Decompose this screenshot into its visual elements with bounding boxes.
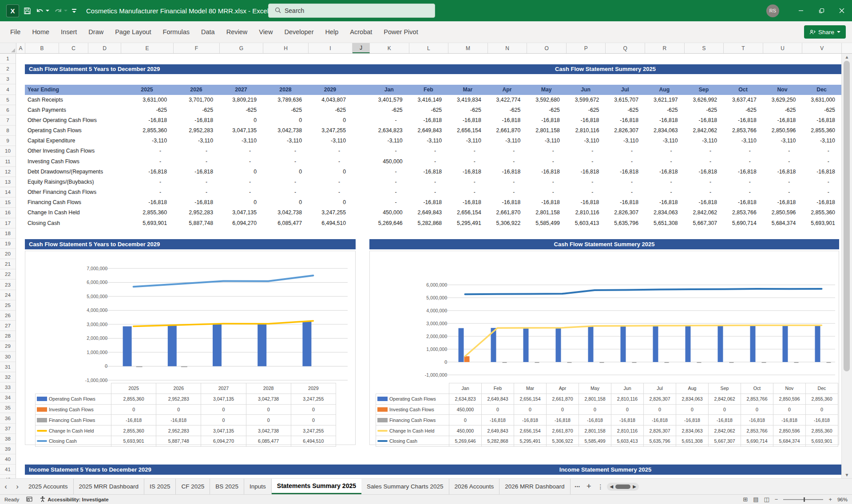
row-label[interactable]: Cash Payments	[25, 105, 121, 115]
monthly-value[interactable]: 3,629,250	[763, 95, 802, 105]
monthly-value[interactable]: 2,842,062	[684, 126, 724, 136]
monthly-value[interactable]: -	[605, 187, 645, 197]
row-header-5[interactable]: 5	[0, 95, 16, 105]
row-label[interactable]: Financing Cash Flows	[25, 197, 121, 208]
annual-value[interactable]: 3,701,700	[173, 95, 219, 105]
monthly-value[interactable]: -16,818	[487, 197, 527, 208]
row-spacer[interactable]	[352, 167, 369, 177]
monthly-value[interactable]: 2,850,596	[763, 208, 802, 218]
undo-dropdown-icon[interactable]	[46, 10, 49, 12]
monthly-value[interactable]: -	[527, 157, 566, 167]
column-header-S[interactable]: S	[685, 43, 724, 53]
monthly-value[interactable]: 2,855,360	[802, 208, 841, 218]
annual-value[interactable]: -3,110	[263, 136, 308, 146]
column-header-N[interactable]: N	[488, 43, 527, 53]
monthly-value[interactable]: -16,818	[409, 197, 448, 208]
monthly-value[interactable]: -16,818	[527, 197, 566, 208]
monthly-value[interactable]: 2,853,766	[723, 208, 763, 218]
vertical-scroll-thumb[interactable]	[844, 61, 850, 371]
annual-value[interactable]: -	[263, 157, 308, 167]
close-button[interactable]	[832, 0, 852, 21]
horizontal-scrollbar[interactable]: ◀ ▶	[607, 483, 638, 491]
normal-view-icon[interactable]: ⊞	[743, 496, 748, 503]
monthly-value[interactable]: 5,282,868	[409, 218, 448, 228]
sheet-tab-2025-accounts[interactable]: 2025 Accounts	[23, 479, 74, 494]
column-header-O[interactable]: O	[527, 43, 567, 53]
annual-value[interactable]: -	[121, 146, 173, 156]
monthly-value[interactable]: -16,818	[763, 115, 802, 126]
monthly-value[interactable]: 2,656,154	[448, 126, 487, 136]
accessibility-status[interactable]: Accessibility: Investigate	[48, 497, 108, 502]
monthly-value[interactable]: -	[802, 187, 841, 197]
monthly-value[interactable]: -16,818	[763, 167, 802, 177]
row-header-27[interactable]: 27	[0, 321, 16, 331]
month-header-Jan[interactable]: Jan	[369, 85, 409, 95]
monthly-value[interactable]: -16,818	[723, 167, 763, 177]
zoom-out-icon[interactable]: −	[775, 496, 778, 503]
annual-value[interactable]: -	[263, 187, 308, 197]
sheet-tab-is-2025[interactable]: IS 2025	[144, 479, 176, 494]
row-header-8[interactable]: 8	[0, 126, 16, 136]
annual-value[interactable]: -16,818	[121, 115, 173, 126]
monthly-value[interactable]: -3,110	[369, 136, 409, 146]
row-header-11[interactable]: 11	[0, 157, 16, 167]
monthly-value[interactable]: -16,818	[605, 197, 645, 208]
hscroll-right-icon[interactable]: ▶	[633, 484, 636, 489]
annual-value[interactable]: 5,887,748	[173, 218, 219, 228]
row-header-17[interactable]: 17	[0, 218, 16, 228]
month-header-Sep[interactable]: Sep	[684, 85, 724, 95]
annual-value[interactable]: -3,110	[173, 136, 219, 146]
row-header-4[interactable]: 4	[0, 84, 16, 94]
row-header-38[interactable]: 38	[0, 434, 16, 444]
row-header-36[interactable]: 36	[0, 413, 16, 423]
monthly-value[interactable]: -	[684, 187, 724, 197]
annual-value[interactable]: 0	[219, 167, 263, 177]
monthly-value[interactable]: -16,818	[527, 167, 566, 177]
column-header-M[interactable]: M	[448, 43, 488, 53]
row-header-31[interactable]: 31	[0, 362, 16, 372]
monthly-value[interactable]: 2,842,062	[684, 208, 724, 218]
monthly-value[interactable]: 5,295,491	[448, 218, 487, 228]
row-header-15[interactable]: 15	[0, 197, 16, 208]
monthly-value[interactable]: 3,615,707	[605, 95, 645, 105]
row-header-9[interactable]: 9	[0, 136, 16, 146]
monthly-value[interactable]: -	[723, 146, 763, 156]
ribbon-tab-page-layout[interactable]: Page Layout	[109, 28, 157, 35]
column-header-Q[interactable]: Q	[606, 43, 645, 53]
monthly-value[interactable]: -16,818	[448, 115, 487, 126]
monthly-value[interactable]: 5,585,499	[527, 218, 566, 228]
monthly-value[interactable]: 2,801,158	[527, 126, 566, 136]
monthly-value[interactable]: -16,818	[763, 197, 802, 208]
monthly-value[interactable]: -16,818	[723, 115, 763, 126]
monthly-value[interactable]: 2,810,116	[566, 126, 606, 136]
more-sheets-icon[interactable]: •••	[575, 484, 580, 489]
monthly-value[interactable]: -	[409, 146, 448, 156]
annual-value[interactable]: -16,818	[121, 167, 173, 177]
month-header-Nov[interactable]: Nov	[763, 85, 802, 95]
annual-value[interactable]: 2,952,283	[173, 208, 219, 218]
annual-value[interactable]: 3,247,255	[308, 208, 352, 218]
monthly-value[interactable]: -	[605, 157, 645, 167]
annual-value[interactable]: 0	[219, 115, 263, 126]
monthly-value[interactable]: 3,631,000	[802, 95, 841, 105]
redo-dropdown-icon[interactable]	[64, 10, 67, 12]
monthly-value[interactable]: -	[527, 177, 566, 187]
monthly-value[interactable]: -625	[723, 105, 763, 115]
monthly-value[interactable]: -16,818	[723, 197, 763, 208]
monthly-value[interactable]: 2,661,870	[487, 126, 527, 136]
column-header-T[interactable]: T	[724, 43, 763, 53]
monthly-value[interactable]: -	[605, 146, 645, 156]
column-header-E[interactable]: E	[121, 43, 174, 53]
month-header-Mar[interactable]: Mar	[448, 85, 487, 95]
monthly-value[interactable]: -	[527, 187, 566, 197]
monthly-value[interactable]: -	[487, 157, 527, 167]
monthly-value[interactable]: 5,693,901	[802, 218, 841, 228]
annual-value[interactable]: 0	[263, 197, 308, 208]
column-header-J[interactable]: J	[353, 43, 370, 53]
monthly-value[interactable]: -	[409, 157, 448, 167]
row-spacer[interactable]	[352, 177, 369, 187]
annual-value[interactable]: -625	[121, 105, 173, 115]
column-header-R[interactable]: R	[645, 43, 685, 53]
header-spacer[interactable]	[352, 85, 369, 95]
annual-value[interactable]: 6,094,270	[219, 218, 263, 228]
